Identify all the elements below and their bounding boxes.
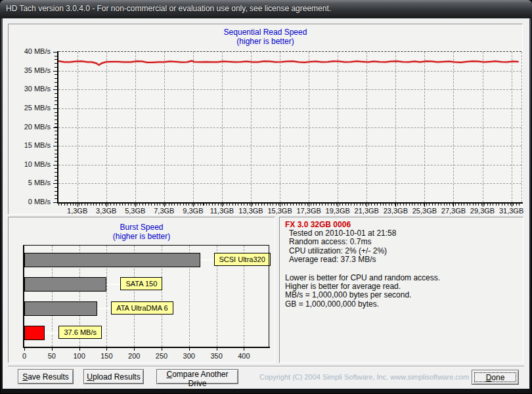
burst-bar-label: ATA UltraDMA 6 [111,301,173,315]
seq-x-tick-label: 3,3GB [96,207,116,215]
seq-x-tick-label: 23,3GB [384,207,408,215]
info-note-line: GB = 1,000,000,000 bytes. [285,300,518,309]
compare-another-drive-button[interactable]: Compare Another Drive [156,369,238,384]
burst-bar-connector [106,284,120,285]
seq-y-tick-label: 0 MB/s [9,198,51,206]
burst-bar [24,326,45,340]
window-title: HD Tach version 3.0.4.0 - For non-commer… [6,4,331,13]
burst-x-major-tick [244,348,244,351]
seq-x-tick-label: 29,3GB [470,207,495,215]
upload-results-button[interactable]: Upload Results [83,369,144,384]
burst-y-axis [23,245,24,348]
burst-speed-panel: Burst Speed (higher is better) SCSI Ultr… [8,217,275,363]
seq-x-tick-label: 31,3GB [499,207,523,215]
seq-chart-title: Sequential Read Speed [9,28,522,37]
seq-read-plot-area [58,52,521,202]
seq-x-tick-label: 17,3GB [296,207,321,215]
burst-chart-subtitle: (higher is better) [9,232,275,241]
burst-plot-right-border [269,245,269,347]
burst-x-tick-label: 100 [73,352,85,360]
button-label: Upload Results [87,372,140,382]
burst-x-major-tick [24,348,25,351]
seq-x-tick-label: 11,3GB [210,207,234,215]
burst-x-tick-label: 50 [48,352,56,360]
burst-x-major-tick [79,348,80,351]
seq-read-speed-line [58,52,521,202]
info-note-line: Lower is better for CPU and random acces… [285,274,518,282]
burst-x-tick-label: 150 [100,352,112,360]
seq-y-major-tick [53,165,57,165]
seq-y-tick-label: 25 MB/s [9,104,51,112]
burst-bar-label: SCSI Ultra320 [214,253,271,266]
seq-x-tick-label: 21,3GB [355,207,379,215]
burst-bar-label: SATA 150 [120,277,162,290]
seq-y-major-tick [53,108,57,109]
button-label: Compare Another Drive [166,370,228,388]
burst-x-tick-label: 350 [210,352,222,360]
burst-x-tick-label: 200 [128,352,140,360]
seq-y-tick-label: 15 MB/s [9,141,51,149]
seq-plot-top-border [58,51,521,52]
hd-tach-window: HD Tach version 3.0.4.0 - For non-commer… [0,0,532,394]
seq-y-major-tick [53,202,57,203]
burst-bar-connector [45,332,58,334]
seq-y-tick-label: 40 MB/s [9,47,51,55]
client-area: Sequential Read Speed (higher is better)… [3,18,529,389]
burst-bar [24,253,200,267]
info-notes: Lower is better for CPU and random acces… [285,274,518,309]
footer-separator [8,366,524,367]
seq-x-tick-label: 1,3GB [67,207,87,215]
seq-y-major-tick [53,146,57,146]
seq-y-tick-label: 35 MB/s [9,66,51,74]
burst-x-major-tick [52,348,53,351]
seq-y-major-tick [53,127,57,128]
seq-x-tick-label: 25,3GB [412,207,437,215]
burst-plot-top-border [24,245,269,246]
seq-x-minor-ticks [58,204,521,206]
burst-x-major-tick [217,348,217,351]
seq-y-axis [57,51,58,204]
sequential-read-panel: Sequential Read Speed (higher is better)… [8,24,523,215]
seq-x-tick-label: 19,3GB [326,207,350,215]
burst-bar [24,301,97,316]
drive-detail-line: Tested on 2010-10-01 at 21:58 [285,229,518,238]
seq-x-tick-label: 13,3GB [238,207,263,215]
drive-info-panel: FX 3.0 32GB 0006 Tested on 2010-10-01 at… [279,217,523,363]
burst-x-major-tick [134,348,135,351]
seq-y-major-tick [53,183,57,184]
copyright-text: Copyright (C) 2004 Simpli Software, Inc.… [259,373,469,381]
button-label: Save Results [22,372,69,382]
seq-y-major-tick [53,71,57,72]
seq-x-tick-label: 27,3GB [441,207,466,215]
burst-bar [24,277,106,292]
seq-y-tick-label: 20 MB/s [9,123,51,131]
seq-y-major-tick [53,52,57,53]
done-button[interactable]: Done [472,370,519,385]
burst-bar-label: 37.6 MB/s [58,326,102,339]
drive-detail-line: CPU utilization: 2% (+/- 2%) [285,247,518,255]
seq-x-tick-label: 7,3GB [154,207,174,215]
title-bar[interactable]: HD Tach version 3.0.4.0 - For non-commer… [0,0,532,18]
burst-bar-connector [97,308,111,309]
burst-x-axis [23,347,270,348]
info-note-line: Higher is better for average read. [285,282,518,291]
seq-x-tick-label: 9,3GB [183,207,203,215]
seq-y-tick-label: 10 MB/s [9,160,51,168]
seq-y-major-tick [53,89,57,90]
burst-x-tick-label: 400 [238,352,250,360]
seq-x-tick-label: 5,3GB [125,207,145,215]
drive-details: Tested on 2010-10-01 at 21:58Random acce… [285,229,518,265]
drive-detail-line: Average read: 37.3 MB/s [285,255,518,264]
burst-bar-connector [200,259,214,261]
save-results-button[interactable]: Save Results [18,369,74,384]
burst-x-tick-label: 0 [22,352,26,360]
burst-x-tick-label: 300 [183,352,195,360]
info-note-line: MB/s = 1,000,000 bytes per second. [285,291,518,299]
burst-chart-title: Burst Speed [9,223,275,232]
button-label: Done [486,373,505,382]
seq-chart-subtitle: (higher is better) [9,37,522,46]
drive-name: FX 3.0 32GB 0006 [285,220,518,229]
seq-plot-right-border [521,52,522,202]
burst-plot-area: SCSI Ultra320SATA 150ATA UltraDMA 637.6 … [24,246,269,347]
drive-detail-line: Random access: 0.7ms [285,238,518,246]
